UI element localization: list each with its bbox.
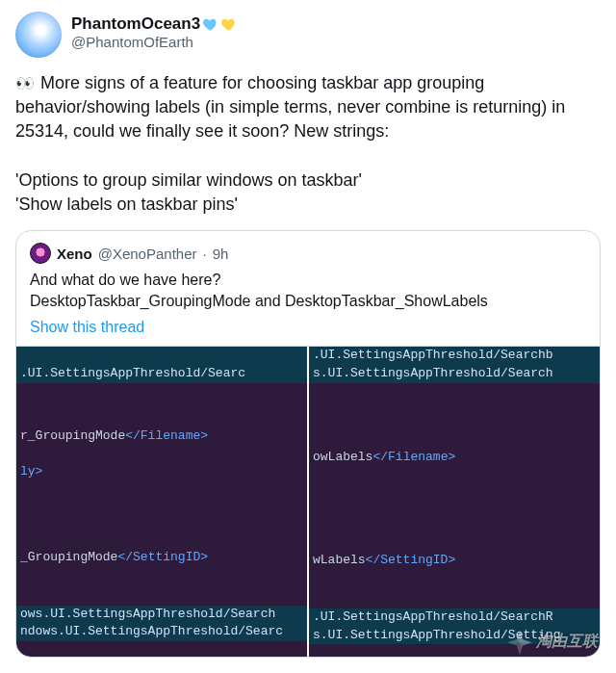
code-text: owLabels: [313, 450, 372, 464]
code-text: </Filename>: [372, 450, 455, 464]
code-text: .UI.SettingsAppThreshold/Searc: [20, 366, 245, 380]
dot-separator: ·: [202, 246, 206, 262]
watermark-icon: [507, 630, 532, 655]
watermark-text: 淘由互联: [536, 632, 598, 654]
quoted-body: And what do we have here? DesktopTaskbar…: [30, 270, 586, 311]
quoted-header: Xeno @XenoPanther · 9h: [30, 243, 586, 264]
code-text: .UI.SettingsAppThreshold/SearchR: [313, 609, 553, 624]
watermark: 淘由互联: [507, 630, 598, 655]
author-avatar[interactable]: [15, 12, 62, 58]
eyes-emoji: 👀: [15, 75, 31, 91]
code-text: ows.UI.SettingsAppThreshold/Search: [20, 607, 275, 621]
code-text: .UI.SettingsAppThreshold/Searchb: [313, 348, 553, 362]
tweet-body: 👀 More signs of a feature for choosing t…: [15, 71, 601, 217]
code-text: s.UI.SettingsAppThreshold/Search: [313, 366, 553, 380]
quoted-handle: @XenoPanther: [98, 246, 197, 262]
quoted-tweet-inner: Xeno @XenoPanther · 9h And what do we ha…: [16, 231, 600, 346]
code-text: ndows.UI.SettingsAppThreshold/Searc: [20, 624, 283, 638]
code-text: </Filename>: [125, 428, 208, 443]
quoted-display-name: Xeno: [57, 246, 92, 262]
quoted-avatar[interactable]: [30, 243, 51, 264]
code-pane-left: .UI.SettingsAppThreshold/Searc r_Groupin…: [16, 347, 307, 657]
tweet-container: PhantomOcean3 @PhantomOfEarth 👀 More sig…: [0, 0, 616, 658]
author-display-name-row[interactable]: PhantomOcean3: [71, 13, 237, 34]
yellow-heart-icon: [220, 16, 237, 33]
tweet-text-3: 'Show labels on taskbar pins': [15, 194, 238, 214]
code-text: </SettingID>: [117, 550, 208, 564]
code-text: wLabels: [313, 553, 366, 567]
blue-heart-icon: [202, 16, 218, 33]
quoted-time: 9h: [213, 246, 229, 262]
quoted-tweet[interactable]: Xeno @XenoPanther · 9h And what do we ha…: [15, 230, 601, 658]
code-text: </SettingID>: [366, 553, 456, 567]
author-names: PhantomOcean3 @PhantomOfEarth: [71, 12, 237, 52]
quoted-media[interactable]: .UI.SettingsAppThreshold/Searc r_Groupin…: [16, 346, 600, 657]
tweet-text-2: 'Options to group similar windows on tas…: [15, 170, 362, 190]
author-handle[interactable]: @PhantomOfEarth: [71, 34, 237, 52]
tweet-header: PhantomOcean3 @PhantomOfEarth: [15, 12, 601, 58]
author-display-name: PhantomOcean3: [71, 13, 200, 34]
code-text: ly>: [20, 464, 42, 479]
code-pane-right: .UI.SettingsAppThreshold/Searchb s.UI.Se…: [309, 347, 600, 657]
tweet-text-1: More signs of a feature for choosing tas…: [15, 73, 570, 141]
code-text: r_GroupingMode: [20, 428, 125, 443]
code-text: _GroupingMode: [20, 550, 117, 564]
show-thread-link[interactable]: Show this thread: [30, 319, 586, 336]
